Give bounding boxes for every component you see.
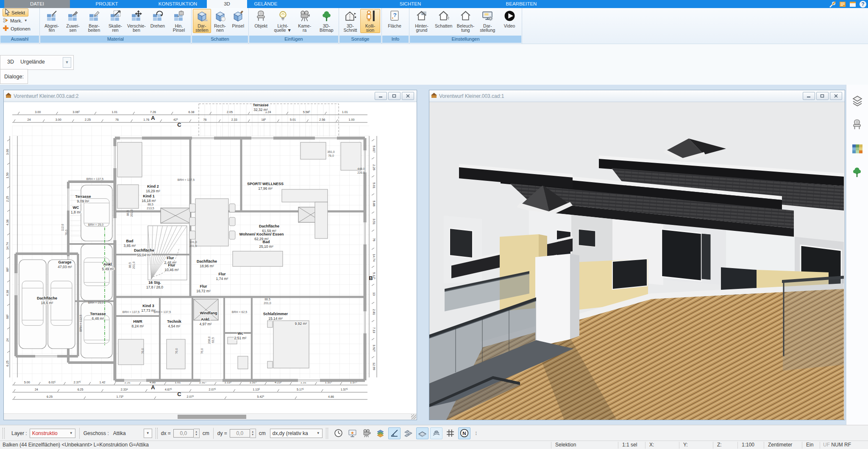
monitor-gear-button[interactable]: Dar- stellung [476,9,498,33]
north-icon[interactable]: N [458,427,470,439]
tools-icon[interactable] [829,0,836,8]
grid-icon[interactable] [444,427,456,439]
status-field: Y: [683,442,688,448]
status-field: Selektion [555,442,576,448]
window-icon[interactable] [849,0,857,8]
house-light-button[interactable]: Beleuch- tung [455,9,477,33]
optionen-button[interactable]: Optionen [1,25,38,33]
layer-select[interactable]: Konstruktio ▼ [30,429,75,438]
horizontal-scrollbar[interactable] [4,413,417,420]
mat-brush-button[interactable]: Zuwei- sen [62,9,83,33]
svg-text:88,5: 88,5 [147,203,153,206]
terrain-select[interactable]: Urgelände [20,59,45,65]
tab-sichten[interactable]: SICHTEN [387,0,434,8]
dx-stepper[interactable]: ▲▼ [194,429,200,438]
window-titlebar[interactable]: Vorentwurf Kleiner.003.cad:2 [4,90,417,102]
svg-text:42⁵: 42⁵ [173,118,178,122]
dy-label: dy = [217,430,227,436]
mat-scale-button[interactable]: Skalie- ren [105,9,126,33]
contour-icon[interactable] [430,427,442,439]
restore-button[interactable] [388,92,401,100]
mat-move-button[interactable]: Verschie- ben [126,9,147,33]
svg-text:BRH = 137,5: BRH = 137,5 [178,178,195,181]
chair-button[interactable]: Objekt [250,9,272,28]
mat-pencil-button[interactable]: Bear- beiten [83,9,105,33]
group-caption: Auswahl [0,36,39,43]
angle-icon[interactable] [388,427,401,439]
svg-text:Technik: Technik [167,319,181,324]
cube-show-icon [196,10,208,24]
svg-text:C: C [177,122,181,128]
house-shadow-button[interactable]: Schatten [433,9,455,28]
svg-text:Dachfläche: Dachfläche [259,224,279,228]
geschoss-value[interactable]: Attika [113,430,144,436]
geschoss-select[interactable]: ▼ [144,429,152,438]
close-button[interactable] [830,92,842,100]
svg-text:14.74: 14.74 [6,242,9,250]
selekt-button[interactable]: Selekt [1,8,38,17]
minimize-button[interactable] [803,92,815,100]
restore-button[interactable] [816,92,829,100]
mat-pick-button[interactable]: Abgrei- fen [41,9,62,33]
plate-icon[interactable] [416,427,428,439]
svg-text:Schlafzimmer: Schlafzimmer [263,312,288,316]
bulb-button[interactable]: Licht- quelle ▼ [272,9,294,33]
svg-text:3.00: 3.00 [35,110,41,114]
dx-input[interactable]: 0,0 [173,429,194,438]
coordinate-mode-select[interactable]: dx,dy (relativ ka ▼ [270,429,323,438]
close-button[interactable] [402,92,414,100]
camera-button[interactable]: Kame- ra [294,9,316,33]
objects-chair-icon[interactable] [851,119,864,131]
tab-datei[interactable]: DATEI [4,0,70,8]
svg-text:55,04 m²: 55,04 m² [137,253,151,257]
video-play-button[interactable]: Video [498,9,520,28]
floorplan-canvas[interactable]: 3.003.06⁵1.017.266.382.053.245.58⁵1.0124… [4,102,417,420]
chevron-down-icon[interactable]: ▼ [63,57,71,68]
plants-tree-icon[interactable] [851,166,864,179]
panel-list-icon[interactable] [839,0,846,8]
minimize-button[interactable] [375,92,387,100]
dy-input[interactable]: 0,0 [230,429,250,438]
resize-grip[interactable] [411,414,416,419]
cube-show-button[interactable]: Dar- stellen [193,9,211,33]
house-bg-button[interactable]: Hinter- grund [411,9,433,33]
help-icon[interactable]: ? [859,0,867,8]
toolbar-grip[interactable]: ⁞ [476,431,477,436]
dy-stepper[interactable]: ▲▼ [250,429,256,438]
tab-gelände[interactable]: GELÄNDE [245,0,287,8]
window-titlebar[interactable]: Vorentwurf Kleiner.003.cad:1 [429,90,845,102]
surface-question-button[interactable]: ?Fläche [383,9,406,28]
window-title: Vorentwurf Kleiner.003.cad:2 [14,93,78,99]
tab-projekt[interactable]: PROJEKT [75,0,139,8]
collision-person-button[interactable]: Kolli- sion [360,9,380,33]
mat-stamp-button[interactable]: Hin. Pinsel [168,9,189,33]
monitor-star-icon[interactable]: ★ [346,427,359,439]
monitor-gear-icon [482,10,493,24]
layer-cube-icon[interactable] [374,427,387,439]
tree-button[interactable]: 3D- Bitmap [316,9,338,33]
tab-bearbeiten[interactable]: BEARBEITEN [495,0,548,8]
materials-palette-icon[interactable] [851,142,864,155]
tab-konstruktion[interactable]: KONSTRUKTION [145,0,211,8]
mat-rotate-button[interactable]: Drehen [147,9,168,28]
status-field: Z: [717,442,722,448]
svg-text:5.81⁵: 5.81⁵ [372,146,376,153]
render-3d-view[interactable] [429,102,845,420]
svg-text:5,49 m²: 5,49 m² [102,267,114,271]
plus-icon [3,25,9,32]
svg-text:76,0: 76,0 [65,230,68,236]
cube-calc-button[interactable]: Rech- nen [211,9,229,33]
mark-button[interactable]: Mark. ▼ [1,17,38,25]
scrollbar-thumb[interactable] [178,415,246,419]
tab-3d[interactable]: 3D [207,0,247,8]
clock-icon[interactable] [332,427,345,439]
cube-brush-button[interactable]: Pinsel [229,9,247,28]
group-caption: Einfügen [249,36,338,43]
video-camera-icon[interactable] [360,427,373,439]
texture-icon[interactable] [402,427,415,439]
svg-text:12.99: 12.99 [372,363,376,370]
toolbar-grip[interactable] [3,428,5,439]
layers-icon[interactable] [851,95,864,108]
section-house-button[interactable]: 3D- Schnitt [340,9,360,33]
dx-unit: cm [203,430,209,436]
